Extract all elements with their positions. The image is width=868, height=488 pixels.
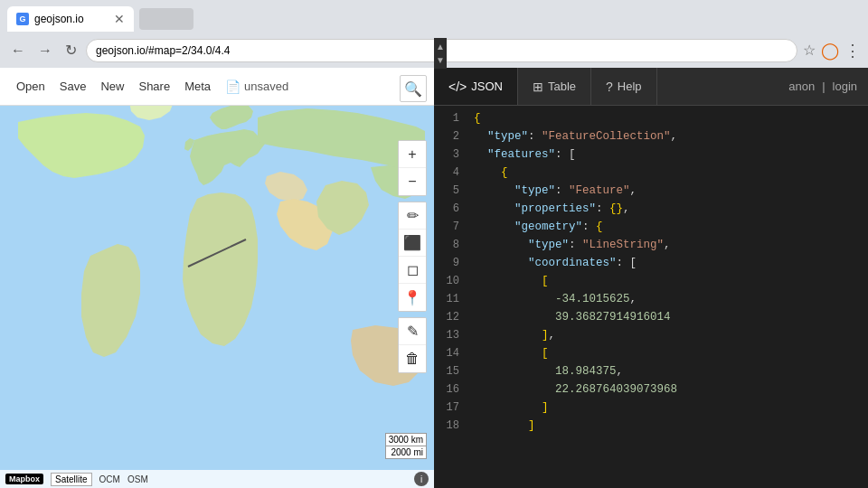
- json-token: ,: [630, 293, 637, 305]
- ocm-link[interactable]: OCM: [99, 474, 120, 484]
- json-line: 17 ]: [434, 399, 868, 417]
- delete-tool-button[interactable]: 🗑: [399, 345, 426, 372]
- pencil-tool-button[interactable]: ✏: [399, 202, 426, 230]
- json-token: ,: [617, 365, 624, 378]
- json-token: :: [528, 130, 542, 143]
- back-button[interactable]: ←: [7, 41, 29, 61]
- json-line: 10 [: [434, 272, 868, 290]
- json-token: ]: [528, 419, 535, 432]
- json-token: ,: [630, 184, 637, 197]
- zoom-out-button[interactable]: −: [399, 168, 426, 195]
- map-svg[interactable]: [0, 68, 434, 488]
- line-content: "geometry": {: [470, 218, 868, 236]
- rectangle-tool-button[interactable]: ◻: [399, 257, 426, 284]
- tab-close-btn[interactable]: ✕: [114, 12, 125, 26]
- line-number: 10: [434, 272, 470, 290]
- json-token: {}: [609, 202, 623, 215]
- login-link[interactable]: login: [833, 80, 857, 93]
- line-number: 8: [434, 236, 470, 254]
- json-line: 6 "properties": {},: [434, 200, 868, 218]
- unsaved-indicator: 📄 unsaved: [225, 80, 288, 94]
- json-token: ,: [549, 329, 556, 342]
- line-number: 15: [434, 362, 470, 380]
- json-line: 11 -34.1015625,: [434, 290, 868, 308]
- json-line: 8 "type": "LineString",: [434, 236, 868, 254]
- json-token: {: [501, 166, 508, 179]
- menu-icon[interactable]: ⋮: [844, 41, 861, 61]
- map-draw-toolbar: + − ✏ ⬛ ◻ 📍 ✎ 🗑: [398, 140, 427, 373]
- line-number: 6: [434, 200, 470, 218]
- star-icon[interactable]: ☆: [803, 42, 816, 59]
- json-line: 5 "type": "Feature",: [434, 182, 868, 200]
- line-content: {: [470, 109, 868, 127]
- forward-button[interactable]: →: [34, 41, 56, 61]
- help-tab[interactable]: ? Help: [591, 68, 657, 105]
- table-tab[interactable]: ⊞ Table: [518, 68, 591, 105]
- json-token: "LineString": [582, 239, 664, 251]
- line-number: 13: [434, 326, 470, 344]
- json-token: "type": [528, 239, 569, 251]
- app: Open Save New Share Meta 📄 unsaved: [0, 68, 868, 488]
- edit-tool-button[interactable]: ✎: [399, 318, 426, 345]
- edit-tools: ✎ 🗑: [398, 317, 427, 373]
- json-tab[interactable]: </> JSON: [434, 68, 518, 105]
- json-token: 22.268764039073968: [555, 383, 677, 396]
- json-token: : [: [555, 148, 576, 161]
- table-icon: ⊞: [533, 80, 543, 94]
- scroll-tab: ▲ ▼: [434, 38, 447, 69]
- pin-tool-button[interactable]: 📍: [399, 284, 426, 311]
- anon-link[interactable]: anon: [788, 80, 815, 93]
- firefox-icon: ◯: [821, 41, 839, 61]
- mapbox-logo: Mapbox: [5, 474, 43, 484]
- line-number: 16: [434, 380, 470, 399]
- json-token: -34.1015625: [555, 293, 630, 305]
- table-tab-label: Table: [548, 80, 576, 93]
- map-search-button[interactable]: 🔍: [400, 75, 427, 102]
- info-button[interactable]: i: [414, 472, 429, 486]
- line-content: ]: [470, 399, 868, 417]
- json-token: [: [542, 347, 549, 360]
- line-content: {: [470, 164, 868, 182]
- save-button[interactable]: Save: [52, 76, 94, 97]
- reload-button[interactable]: ↻: [61, 40, 80, 61]
- zoom-in-button[interactable]: +: [399, 141, 426, 168]
- map-search-toolbar: 🔍: [400, 75, 427, 102]
- json-token: 18.984375: [555, 365, 617, 378]
- json-token: : [: [617, 257, 637, 269]
- line-number: 4: [434, 164, 470, 182]
- map-area[interactable]: Open Save New Share Meta 📄 unsaved: [0, 68, 434, 488]
- scroll-down-arrow[interactable]: ▼: [434, 53, 447, 67]
- draw-tools: ✏ ⬛ ◻ 📍: [398, 202, 427, 312]
- line-content: "properties": {},: [470, 200, 868, 218]
- share-button[interactable]: Share: [131, 76, 177, 97]
- json-token: "coordinates": [528, 257, 617, 269]
- json-line: 4 {: [434, 164, 868, 182]
- osm-link[interactable]: OSM: [127, 474, 148, 484]
- open-button[interactable]: Open: [9, 76, 52, 97]
- scroll-up-arrow[interactable]: ▲: [434, 40, 447, 53]
- inactive-tab[interactable]: [139, 8, 193, 30]
- help-tab-label: Help: [618, 80, 642, 93]
- line-number: 18: [434, 417, 470, 435]
- json-editor[interactable]: 1{2 "type": "FeatureCollection",3 "featu…: [434, 106, 868, 488]
- zoom-controls: + −: [398, 140, 427, 196]
- json-token: "features": [487, 148, 555, 161]
- json-token: :: [582, 221, 596, 233]
- active-tab[interactable]: G geojson.io ✕: [7, 6, 134, 32]
- satellite-button[interactable]: Satellite: [51, 473, 92, 486]
- scale-mi: 2000 mi: [385, 446, 427, 459]
- map-attribution: Mapbox Satellite OCM OSM i: [0, 470, 434, 488]
- line-content: -34.1015625,: [470, 290, 868, 308]
- json-token: "geometry": [514, 221, 582, 233]
- line-content: ]: [470, 417, 868, 435]
- json-line: 18 ]: [434, 417, 868, 435]
- polygon-tool-button[interactable]: ⬛: [399, 230, 426, 257]
- meta-button[interactable]: Meta: [177, 76, 218, 97]
- line-content: "type": "FeatureCollection",: [470, 127, 868, 145]
- new-button[interactable]: New: [93, 76, 131, 97]
- json-token: 39.36827914916014: [555, 311, 671, 324]
- line-content: "type": "LineString",: [470, 236, 868, 254]
- line-content: "features": [: [470, 145, 868, 164]
- json-line: 14 [: [434, 344, 868, 362]
- line-content: 18.984375,: [470, 362, 868, 380]
